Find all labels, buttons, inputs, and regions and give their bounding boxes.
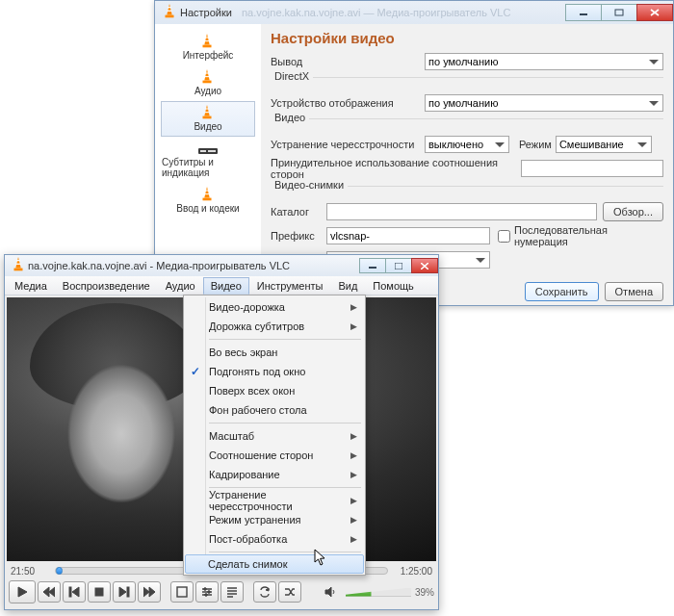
sidebar-label: Интерфейс: [183, 50, 234, 61]
playlist-button[interactable]: [220, 581, 244, 603]
menu-playback[interactable]: Воспроизведение: [55, 277, 158, 295]
menu-item[interactable]: Видео-дорожка▶: [186, 297, 363, 317]
mute-button[interactable]: [319, 581, 342, 603]
settings-titlebar[interactable]: Настройки na.vojne.kak.na.vojne.avi — Ме…: [155, 1, 673, 24]
menu-item-label: Дорожка субтитров: [209, 321, 304, 332]
menu-item[interactable]: Во весь экран: [186, 343, 363, 362]
sidebar-item-video[interactable]: Видео: [161, 101, 255, 137]
close-button[interactable]: [636, 4, 673, 21]
player-titlebar[interactable]: na.vojne.kak.na.vojne.avi - Медиа-проигр…: [5, 255, 438, 276]
snapshot-group-label: Видео-снимки: [271, 179, 348, 191]
output-label: Вывод: [271, 56, 425, 67]
extended-settings-button[interactable]: [195, 581, 219, 603]
menu-item[interactable]: Масштаб▶: [186, 426, 363, 446]
svg-rect-4: [615, 10, 623, 15]
sidebar-label: Аудио: [194, 86, 221, 96]
menu-item[interactable]: Дорожка субтитров▶: [186, 317, 363, 336]
mouse-cursor-icon: [314, 549, 327, 568]
time-total[interactable]: 1:25:00: [394, 566, 432, 577]
checkmark-icon: ✓: [191, 365, 200, 378]
svg-rect-25: [69, 587, 71, 597]
submenu-arrow-icon: ▶: [350, 534, 357, 544]
menu-audio[interactable]: Аудио: [158, 277, 203, 295]
menu-item[interactable]: Фон рабочего стола: [186, 400, 363, 420]
menu-item[interactable]: ✓Подгонять под окно: [186, 362, 363, 381]
menu-item-label: Видео-дорожка: [209, 301, 285, 313]
close-button[interactable]: [411, 258, 438, 273]
vlc-cone-icon: [159, 3, 176, 22]
snapshot-dir-input[interactable]: [326, 203, 597, 220]
submenu-arrow-icon: ▶: [350, 450, 357, 460]
volume-label: 39%: [415, 587, 434, 598]
seek-fwd-button[interactable]: [113, 581, 136, 603]
maximize-button[interactable]: [601, 4, 637, 21]
save-button[interactable]: Сохранить: [525, 282, 599, 301]
menu-media[interactable]: Медиа: [7, 277, 55, 295]
menu-tools[interactable]: Инструменты: [249, 277, 331, 295]
svg-rect-1: [168, 7, 171, 8]
svg-rect-9: [205, 73, 208, 74]
svg-rect-6: [205, 38, 208, 38]
stop-button[interactable]: [88, 581, 111, 603]
submenu-arrow-icon: ▶: [350, 302, 357, 312]
display-device-select[interactable]: по умолчанию: [425, 94, 663, 112]
minimize-button[interactable]: [565, 4, 602, 21]
aspect-force-input[interactable]: [521, 160, 663, 177]
menu-help[interactable]: Помощь: [365, 277, 422, 295]
submenu-arrow-icon: ▶: [350, 496, 357, 505]
skip-back-button[interactable]: [38, 581, 61, 603]
time-elapsed[interactable]: 21:50: [11, 566, 49, 577]
cancel-button[interactable]: Отмена: [605, 282, 663, 301]
svg-rect-19: [205, 193, 210, 194]
menu-item-label: Фон рабочего стола: [209, 404, 307, 416]
sidebar-item-subtitles[interactable]: Субтитры и индикация: [161, 137, 255, 183]
play-button[interactable]: [9, 580, 36, 603]
loop-button[interactable]: [253, 581, 276, 603]
vlc-cone-icon: [8, 256, 25, 275]
menu-separator: [209, 487, 361, 488]
menu-item-label: Соотношение сторон: [209, 449, 313, 461]
volume-slider[interactable]: [346, 588, 411, 597]
seek-back-button[interactable]: [63, 581, 86, 603]
menu-view[interactable]: Вид: [330, 277, 365, 295]
menu-item-label: Подгонять под окно: [209, 366, 305, 377]
shuffle-button[interactable]: [278, 581, 301, 603]
menu-item[interactable]: Сделать снимок: [185, 554, 364, 574]
menu-item[interactable]: Пост-обработка▶: [186, 529, 363, 549]
menu-item[interactable]: Режим устранения▶: [186, 510, 363, 529]
settings-window-controls: [566, 4, 673, 21]
deinterlace-select[interactable]: выключено: [425, 136, 509, 153]
video-frame-decor: [47, 355, 182, 519]
skip-fwd-button[interactable]: [138, 581, 161, 603]
menu-item[interactable]: Соотношение сторон▶: [186, 446, 363, 465]
svg-rect-20: [14, 269, 23, 271]
seq-numbering-text: Последовательная нумерация: [514, 224, 652, 247]
sidebar-label: Ввод и кодеки: [176, 203, 239, 214]
deinterlace-mode-select[interactable]: Смешивание: [556, 136, 652, 153]
sidebar-item-input-codecs[interactable]: Ввод и кодеки: [161, 183, 255, 218]
cone-icon: [196, 186, 220, 203]
snapshot-dir-label: Каталог: [271, 206, 326, 218]
svg-rect-28: [177, 587, 187, 597]
minimize-button[interactable]: [359, 258, 386, 273]
submenu-arrow-icon: ▶: [350, 431, 357, 441]
browse-button[interactable]: Обзор...: [603, 202, 663, 221]
display-device-label: Устройство отображения: [271, 97, 425, 109]
maximize-button[interactable]: [385, 258, 412, 273]
fullscreen-button[interactable]: [170, 581, 194, 603]
snapshot-prefix-input[interactable]: [326, 227, 490, 244]
seq-numbering-checkbox-label[interactable]: Последовательная нумерация: [498, 224, 652, 247]
seq-numbering-checkbox[interactable]: [498, 230, 510, 243]
subtitles-icon: [196, 140, 220, 157]
menu-item[interactable]: Устранение чересстрочности▶: [186, 491, 363, 510]
menu-item-label: Кадрирование: [209, 469, 280, 480]
settings-sidebar: Интерфейс Аудио Видео Субтитры и индикац…: [155, 24, 261, 278]
menu-item[interactable]: Кадрирование▶: [186, 465, 363, 484]
sidebar-item-interface[interactable]: Интерфейс: [161, 30, 255, 65]
menu-video[interactable]: Видео: [203, 277, 249, 295]
deinterlace-label: Устранение чересстрочности: [271, 139, 425, 150]
output-select[interactable]: по умолчанию: [425, 53, 663, 70]
menu-item[interactable]: Поверх всех окон: [186, 381, 363, 400]
sidebar-item-audio[interactable]: Аудио: [161, 65, 255, 101]
cone-icon: [196, 68, 220, 86]
